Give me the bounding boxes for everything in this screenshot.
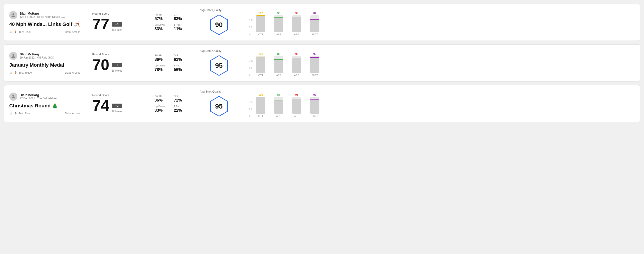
quality-score: 90 bbox=[215, 21, 223, 29]
stat-gir-value: 61% bbox=[174, 57, 189, 62]
avatar bbox=[9, 52, 17, 60]
tee-label: Tee: Blue bbox=[19, 112, 30, 115]
quality-score: 95 bbox=[215, 62, 223, 69]
bar-chart-section: 100500110OTT87APP95ARG93PUTT bbox=[244, 90, 635, 117]
tee-label: Tee: Black bbox=[19, 30, 31, 33]
stat-gir: GIR61% bbox=[174, 54, 189, 62]
stat-fw-hit: FW Hit86% bbox=[154, 54, 170, 62]
chart-col-putt: 93PUTT bbox=[308, 93, 322, 117]
stat-up-down-value: 33% bbox=[154, 26, 170, 31]
stat-up-down-value: 78% bbox=[154, 67, 170, 72]
stat-gir: GIR72% bbox=[174, 95, 189, 103]
stat-gir-label: GIR bbox=[174, 13, 189, 16]
stat-gir-value: 83% bbox=[174, 16, 189, 21]
hexagon: 90 bbox=[208, 13, 230, 36]
stat-one-putt-value: 11% bbox=[174, 26, 189, 31]
bar-chart-section: 100500101OTT86APP96ARG99PUTT bbox=[244, 50, 635, 77]
tee-info: ☁️ 🏌️ Tee: Black bbox=[9, 30, 31, 33]
round-meta: 27 Dec 2021 · The Oxfordshire bbox=[20, 97, 56, 100]
stat-fw-hit-label: FW Hit bbox=[154, 95, 170, 98]
stat-fw-hit-value: 36% bbox=[154, 98, 170, 103]
stat-gir: GIR83% bbox=[174, 13, 189, 21]
chart-col-ott: 101OTT bbox=[254, 52, 268, 77]
chart-col-arg: 96ARG bbox=[290, 52, 304, 77]
round-left-info: Blair McHarg27 Dec 2021 · The Oxfordshir… bbox=[9, 93, 86, 115]
round-meta: 12 Feb 2022 · Royal North Devon GC bbox=[20, 15, 65, 18]
score-diff-badge: +5 bbox=[112, 22, 122, 26]
round-score-section: Round Score70-218 Holes bbox=[86, 53, 149, 73]
avg-shot-quality-section: Avg Shot Quality95 bbox=[194, 49, 244, 77]
avatar bbox=[9, 11, 17, 19]
chart-col-ott: 107OTT bbox=[254, 12, 268, 36]
data-source: Data: Arccos bbox=[65, 71, 80, 74]
stat-fw-hit-label: FW Hit bbox=[154, 13, 170, 16]
big-score: 70 bbox=[92, 57, 110, 72]
bag-icon: 🏌️ bbox=[14, 112, 17, 115]
round-card-round1: Blair McHarg12 Feb 2022 · Royal North De… bbox=[4, 3, 640, 41]
stat-one-putt: 1 Putt11% bbox=[174, 23, 189, 31]
tee-label: Tee: Yellow bbox=[19, 71, 32, 74]
chart-col-arg: 98ARG bbox=[290, 12, 304, 36]
stat-up-down: Up/Down78% bbox=[154, 64, 170, 72]
score-diff-badge: +2 bbox=[112, 104, 122, 108]
stat-one-putt-label: 1 Putt bbox=[174, 105, 189, 108]
tee-info: ☁️ 🏌️ Tee: Yellow bbox=[9, 71, 32, 74]
stats-section: FW Hit36%GIR72%Up/Down33%1 Putt22% bbox=[149, 95, 194, 113]
stat-fw-hit: FW Hit57% bbox=[154, 13, 170, 21]
y-axis: 100500 bbox=[249, 60, 254, 77]
hexagon: 95 bbox=[208, 54, 230, 77]
chart-col-putt: 82PUTT bbox=[308, 12, 322, 36]
hexagon: 95 bbox=[208, 95, 230, 118]
stat-fw-hit-value: 86% bbox=[154, 57, 170, 62]
bag-icon: 🏌️ bbox=[14, 30, 17, 33]
round-score-label: Round Score bbox=[92, 12, 142, 15]
data-source: Data: Arccos bbox=[65, 112, 80, 115]
bag-icon: 🏌️ bbox=[14, 71, 17, 74]
round-score-label: Round Score bbox=[92, 53, 142, 56]
chart-col-arg: 95ARG bbox=[290, 93, 304, 117]
round-score-label: Round Score bbox=[92, 94, 142, 97]
tee-info: ☁️ 🏌️ Tee: Blue bbox=[9, 112, 30, 115]
score-diff-badge: -2 bbox=[112, 63, 122, 67]
y-axis: 100500 bbox=[249, 101, 254, 117]
weather-icon: ☁️ bbox=[9, 112, 13, 115]
avg-shot-quality-section: Avg Shot Quality95 bbox=[194, 90, 244, 118]
stat-one-putt-label: 1 Putt bbox=[174, 64, 189, 67]
round-left-info: Blair McHarg12 Feb 2022 · Royal North De… bbox=[9, 11, 86, 33]
stat-up-down-value: 33% bbox=[154, 108, 170, 113]
stat-up-down: Up/Down33% bbox=[154, 23, 170, 31]
stats-section: FW Hit57%GIR83%Up/Down33%1 Putt11% bbox=[149, 13, 194, 31]
stat-one-putt: 1 Putt56% bbox=[174, 64, 189, 72]
weather-icon: ☁️ bbox=[9, 30, 13, 33]
round-card-round2: Blair McHarg29 Jan 2022 · Mill Ride GCCJ… bbox=[4, 44, 640, 82]
round-title: Christmas Round 🎄 bbox=[9, 103, 80, 109]
avg-shot-quality-label: Avg Shot Quality bbox=[200, 49, 222, 52]
round-meta: 29 Jan 2022 · Mill Ride GCC bbox=[20, 56, 54, 59]
quality-score: 95 bbox=[215, 103, 223, 110]
user-name: Blair McHarg bbox=[20, 12, 65, 15]
round-score-section: Round Score74+218 Holes bbox=[86, 94, 149, 114]
round-score-section: Round Score77+518 Holes bbox=[86, 12, 149, 32]
user-name: Blair McHarg bbox=[20, 93, 56, 97]
stat-up-down-label: Up/Down bbox=[154, 23, 170, 26]
chart-col-ott: 110OTT bbox=[254, 93, 268, 117]
stat-up-down-label: Up/Down bbox=[154, 105, 170, 108]
round-card-round3: Blair McHarg27 Dec 2021 · The Oxfordshir… bbox=[4, 85, 640, 122]
stat-up-down-label: Up/Down bbox=[154, 64, 170, 67]
chart-col-putt: 99PUTT bbox=[308, 52, 322, 77]
avg-shot-quality-label: Avg Shot Quality bbox=[200, 8, 222, 12]
avg-shot-quality-label: Avg Shot Quality bbox=[200, 90, 222, 93]
data-source: Data: Arccos bbox=[65, 30, 80, 33]
holes-label: 18 Holes bbox=[112, 69, 122, 72]
big-score: 77 bbox=[92, 16, 110, 31]
stat-one-putt-value: 56% bbox=[174, 67, 189, 72]
stat-gir-value: 72% bbox=[174, 98, 189, 103]
stat-fw-hit-label: FW Hit bbox=[154, 54, 170, 57]
stat-fw-hit-value: 57% bbox=[154, 16, 170, 21]
stat-one-putt: 1 Putt22% bbox=[174, 105, 189, 113]
chart-col-app: 87APP bbox=[272, 93, 286, 117]
round-left-info: Blair McHarg29 Jan 2022 · Mill Ride GCCJ… bbox=[9, 52, 86, 74]
chart-col-app: 95APP bbox=[272, 12, 286, 36]
y-axis: 100500 bbox=[249, 19, 254, 36]
holes-label: 18 Holes bbox=[112, 28, 122, 31]
